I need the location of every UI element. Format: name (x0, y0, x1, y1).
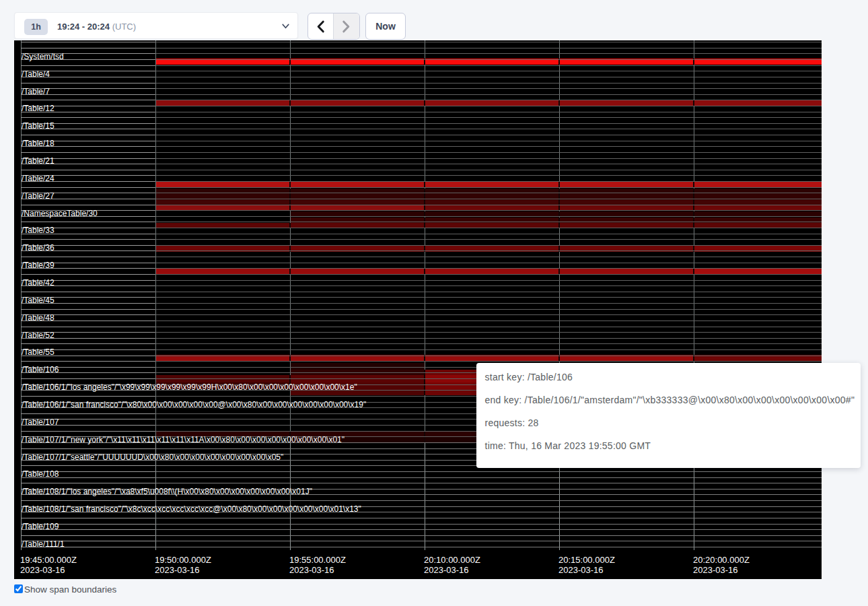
svg-text:20:20:00.000Z: 20:20:00.000Z (693, 555, 750, 565)
svg-text:/Table/4: /Table/4 (22, 69, 50, 79)
svg-text:/Table/106/1/"san francisco"/": /Table/106/1/"san francisco"/"\x80\x00\x… (22, 400, 366, 409)
svg-text:/Table/27: /Table/27 (22, 191, 55, 201)
svg-text:/Table/39: /Table/39 (22, 261, 55, 270)
svg-text:/Table/108: /Table/108 (22, 469, 59, 479)
svg-text:/Table/106/1/"los angeles"/"\x: /Table/106/1/"los angeles"/"\x99\x99\x99… (22, 382, 357, 392)
svg-text:/Table/15: /Table/15 (22, 121, 55, 131)
svg-text:/Table/109: /Table/109 (22, 522, 59, 531)
svg-text:/Table/24: /Table/24 (22, 174, 55, 183)
svg-text:20:15:00.000Z: 20:15:00.000Z (558, 555, 615, 565)
svg-text:/Table/107: /Table/107 (22, 417, 59, 427)
svg-text:/Table/18: /Table/18 (22, 139, 55, 148)
svg-text:/Table/108/1/"los angeles"/"\x: /Table/108/1/"los angeles"/"\xa8\xf5\u00… (22, 487, 312, 496)
svg-text:/System/tsd: /System/tsd (22, 52, 64, 61)
svg-text:/Table/36: /Table/36 (22, 243, 55, 252)
svg-text:19:45:00.000Z: 19:45:00.000Z (20, 555, 77, 565)
svg-text:/Table/48: /Table/48 (22, 313, 55, 323)
svg-text:/Table/42: /Table/42 (22, 278, 55, 288)
svg-text:/Table/111/1: /Table/111/1 (22, 539, 65, 549)
svg-text:19:50:00.000Z: 19:50:00.000Z (155, 555, 211, 565)
svg-text:2023-03-16: 2023-03-16 (424, 565, 469, 575)
svg-text:20:10:00.000Z: 20:10:00.000Z (424, 555, 480, 565)
svg-text:/Table/107/1/"seattle"/"UUUUUU: /Table/107/1/"seattle"/"UUUUUUD\x00\x80\… (22, 452, 283, 462)
svg-text:/Table/21: /Table/21 (22, 156, 55, 166)
svg-text:2023-03-16: 2023-03-16 (693, 565, 738, 575)
svg-text:2023-03-16: 2023-03-16 (20, 565, 65, 575)
svg-text:/Table/45: /Table/45 (22, 296, 55, 305)
svg-text:2023-03-16: 2023-03-16 (155, 565, 200, 575)
svg-text:/Table/55: /Table/55 (22, 347, 55, 357)
svg-text:2023-03-16: 2023-03-16 (289, 565, 334, 575)
svg-text:/NamespaceTable/30: /NamespaceTable/30 (22, 209, 98, 218)
svg-text:/Table/106: /Table/106 (22, 365, 59, 374)
svg-text:/Table/108/1/"san francisco"/": /Table/108/1/"san francisco"/"\x8c\xcc\x… (22, 504, 361, 514)
svg-text:/Table/107/1/"new york"/"\x11\: /Table/107/1/"new york"/"\x11\x11\x11\x1… (22, 435, 345, 444)
svg-text:19:55:00.000Z: 19:55:00.000Z (289, 555, 346, 565)
svg-text:2023-03-16: 2023-03-16 (558, 565, 604, 575)
svg-text:/Table/33: /Table/33 (22, 226, 55, 235)
svg-text:/Table/12: /Table/12 (22, 104, 55, 113)
svg-text:/Table/7: /Table/7 (22, 87, 50, 96)
svg-text:/Table/52: /Table/52 (22, 331, 55, 340)
